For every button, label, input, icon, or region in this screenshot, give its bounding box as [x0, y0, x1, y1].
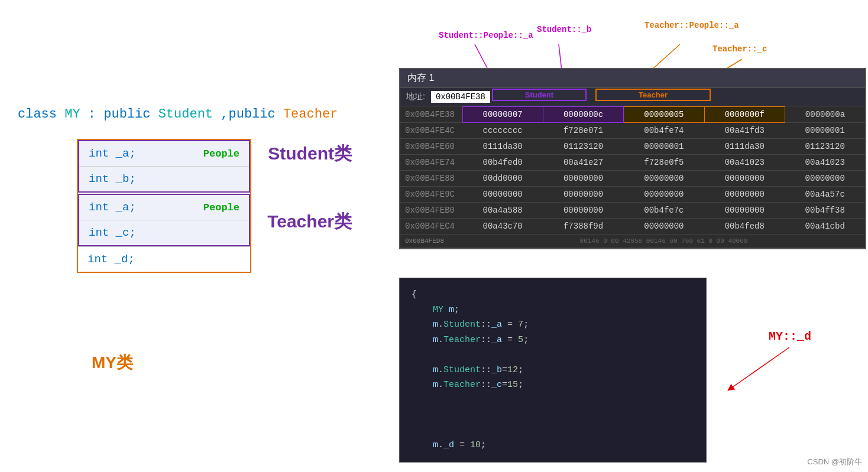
mem-cell-4-1: 00000000	[543, 171, 623, 187]
mem-cell-1-1: f728e071	[543, 123, 623, 139]
anno-student-people-a: Student::People::_a	[439, 31, 533, 40]
mem-cell-3-4: 00a41023	[785, 155, 865, 171]
mem-cell-6-0: 00a4a588	[462, 203, 543, 219]
mem-cell-7-2: 00000000	[624, 219, 704, 235]
mem-cell-6-3: 00000000	[704, 203, 785, 219]
code-line-5	[412, 347, 694, 363]
code-line-2: MY m;	[412, 302, 694, 318]
mem-cell-5-0: 00000000	[462, 187, 543, 203]
mem-cell-7-4: 00a41cbd	[785, 219, 865, 235]
code-line-3: m.Student::_a = 7;	[412, 317, 694, 333]
mem-cell-5-2: 00000000	[624, 187, 704, 203]
mem-cell-5-3: 00000000	[704, 187, 785, 203]
mem-cell-3-3: 00a41023	[704, 155, 785, 171]
mem-addr-cell-1: 0x00B4FE4C	[400, 123, 462, 139]
student-row-a: int _a; People	[79, 141, 249, 167]
base-student: Student	[150, 107, 221, 122]
class-declaration: class MY : public Student ,public Teache…	[18, 107, 338, 122]
mem-cell-0-3: 0000000f	[704, 107, 785, 123]
teacher-box: int _a; People int _c;	[78, 194, 250, 246]
teacher-row-c: int _c;	[79, 220, 249, 245]
mem-cell-2-0: 0111da30	[462, 139, 543, 155]
watermark: CSDN @初阶牛	[807, 457, 862, 467]
mem-addr-cell-5: 0x00B4FE9C	[400, 187, 462, 203]
mem-cell-6-4: 00b4ff38	[785, 203, 865, 219]
my-outer-box: int _a; People int _b; int _a; People in…	[77, 139, 251, 273]
mem-addr-cell-4: 0x00B4FE88	[400, 171, 462, 187]
anno-teacher-c: Teacher::_c	[712, 44, 767, 54]
mem-addr-cell-3: 0x00B4FE74	[400, 155, 462, 171]
kw-colon: :	[80, 107, 104, 122]
mem-cell-1-2: 00b4fe74	[624, 123, 704, 139]
mem-cell-2-3: 0111da30	[704, 139, 785, 155]
mem-row-8: 0x00B4FED8 00146 0 00 42058 00146 60 760…	[400, 235, 865, 248]
mem-row-2: 0x00B4FE60 0111da30 01123120 00000001 01…	[400, 139, 865, 155]
mem-cell-4-4: 00000000	[785, 171, 865, 187]
mem-cell-5-4: 00a4a57c	[785, 187, 865, 203]
mem-cell-4-3: 00000000	[704, 171, 785, 187]
mem-cell-1-3: 00a41fd3	[704, 123, 785, 139]
anno-teacher-people-a: Teacher::People::_a	[644, 21, 739, 30]
mem-cell-0-2: 00000005	[624, 107, 704, 123]
kw-public2: public	[228, 107, 275, 122]
svg-line-4	[730, 347, 789, 389]
teacher-class-label: Teacher类	[267, 210, 352, 234]
mem-cell-2-2: 00000001	[624, 139, 704, 155]
student-bracket: Student	[492, 89, 587, 101]
code-window: { MY m; m.Student::_a = 7; m.Teacher::_a…	[399, 278, 707, 463]
class-name-my: MY	[64, 107, 80, 122]
mem-row-6: 0x00B4FEB0 00a4a588 00000000 00b4fe7c 00…	[400, 203, 865, 219]
kw-comma: ,	[221, 107, 228, 122]
anno-student-b: Student::_b	[537, 25, 591, 34]
mem-row-5: 0x00B4FE9C 00000000 00000000 00000000 00…	[400, 187, 865, 203]
mem-cell-4-0: 00dd0000	[462, 171, 543, 187]
code-line-10	[412, 423, 694, 438]
code-line-6: m.Student::_b=12;	[412, 363, 694, 378]
mem-addr-cell-2: 0x00B4FE60	[400, 139, 462, 155]
memory-window: 内存 1 地址: 0x00B4FE38 Student Teacher 0x00…	[399, 68, 866, 249]
my-class-label: MY类	[92, 351, 133, 374]
code-line-9	[412, 408, 694, 423]
mem-cell-0-0: 00000007	[462, 107, 543, 123]
mem-cell-0-4: 0000000a	[785, 107, 865, 123]
code-line-7: m.Teacher::_c=15;	[412, 377, 694, 393]
mem-cell-1-0: cccccccc	[462, 123, 543, 139]
mem-cell-3-0: 00b4fed0	[462, 155, 543, 171]
my-d-annotation: MY::_d	[718, 330, 866, 403]
mem-cell-0-1: 0000000c	[543, 107, 623, 123]
right-panel: Student::People::_a Student::_b Teacher:…	[390, 0, 868, 472]
teacher-row-a: int _a; People	[79, 195, 249, 220]
mem-row-4: 0x00B4FE88 00dd0000 00000000 00000000 00…	[400, 171, 865, 187]
mem-row-3: 0x00B4FE74 00b4fed0 00a41e27 f728e0f5 00…	[400, 155, 865, 171]
teacher-people-label: People	[203, 202, 239, 213]
mem-cell-6-2: 00b4fe7c	[624, 203, 704, 219]
kw-class: class	[18, 107, 64, 122]
student-class-label: Student类	[268, 142, 352, 166]
student-a-code: int _a;	[89, 147, 136, 160]
class-diagram: int _a; People int _b; int _a; People in…	[77, 139, 251, 273]
teacher-c-code: int _c;	[89, 226, 136, 239]
mem-cell-7-0: 00a43c70	[462, 219, 543, 235]
addr-value: 0x00B4FE38	[431, 91, 490, 103]
memory-table: 0x00B4FE38 00000007 0000000c 00000005 00…	[400, 106, 865, 248]
mem-row-1: 0x00B4FE4C cccccccc f728e071 00b4fe74 00…	[400, 123, 865, 139]
memory-title: 内存 1	[400, 69, 865, 88]
mem-cell-7-3: 00b4fed8	[704, 219, 785, 235]
memory-addr-bar: 地址: 0x00B4FE38 Student Teacher	[400, 88, 865, 106]
student-row-b: int _b;	[79, 167, 249, 191]
teacher-bracket: Teacher	[595, 89, 711, 101]
mem-cell-3-1: 00a41e27	[543, 155, 623, 171]
mem-addr-cell-6: 0x00B4FEB0	[400, 203, 462, 219]
left-panel: class MY : public Student ,public Teache…	[0, 0, 390, 472]
mem-cell-1-4: 00000001	[785, 123, 865, 139]
code-line-4: m.Teacher::_a = 5;	[412, 333, 694, 348]
my-d-label: MY::_d	[769, 330, 811, 343]
mem-row-7: 0x00B4FEC4 00a43c70 f7388f9d 00000000 00…	[400, 219, 865, 235]
kw-public1: public	[103, 107, 150, 122]
base-teacher: Teacher	[276, 107, 338, 122]
my-row-d: int _d;	[78, 246, 250, 272]
mem-cell-4-2: 00000000	[624, 171, 704, 187]
student-b-code: int _b;	[89, 172, 136, 185]
mem-cell-2-1: 01123120	[543, 139, 623, 155]
student-people-label: People	[203, 148, 239, 159]
